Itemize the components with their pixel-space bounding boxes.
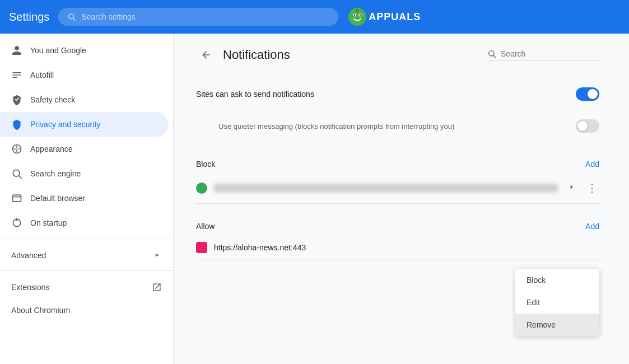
search-icon	[487, 49, 496, 58]
sidebar-item-advanced[interactable]: Advanced	[0, 245, 173, 266]
shield-check-icon	[11, 94, 22, 105]
sidebar-item-privacy-security[interactable]: Privacy and security	[0, 112, 169, 137]
sidebar-item-safety-check[interactable]: Safety check	[0, 87, 169, 112]
quieter-toggle[interactable]	[576, 119, 599, 133]
toggle-thumb-on	[588, 89, 598, 99]
sidebar-label-default-browser: Default browser	[30, 194, 85, 203]
allow-title: Allow	[196, 222, 215, 231]
sidebar-label-appearance: Appearance	[30, 144, 73, 153]
svg-line-10	[19, 176, 22, 179]
setting-row-quieter: Use quieter messaging (blocks notificati…	[196, 110, 599, 142]
sidebar: You and Google Autofill Safety check	[0, 34, 174, 364]
logo-text: APPUALS	[369, 11, 421, 23]
block-add-button[interactable]: Add	[585, 160, 599, 169]
allowed-site-favicon	[196, 242, 207, 253]
svg-rect-7	[356, 9, 358, 12]
blocked-site-url-blurred	[214, 184, 558, 193]
chevron-down-icon	[152, 250, 162, 260]
site-expand-chevron[interactable]	[565, 180, 578, 196]
site-more-menu[interactable]: ⋮	[585, 180, 599, 197]
sidebar-label-about: About Chromium	[11, 306, 70, 315]
main-layout: You and Google Autofill Safety check	[0, 34, 629, 364]
main-inner: Notifications Sites can ask to send noti…	[174, 34, 622, 272]
header-search-icon	[67, 12, 76, 21]
sidebar-item-on-startup[interactable]: On startup	[0, 211, 169, 235]
external-link-icon	[152, 282, 162, 292]
header: Settings APPUALS	[0, 0, 629, 34]
sidebar-item-about[interactable]: About Chromium	[0, 299, 169, 321]
sidebar-item-extensions[interactable]: Extensions	[0, 276, 173, 299]
header-search-bar[interactable]	[58, 8, 338, 26]
sidebar-item-autofill[interactable]: Autofill	[0, 63, 169, 87]
sidebar-item-you-and-google[interactable]: You and Google	[0, 38, 169, 63]
back-button[interactable]	[196, 45, 216, 65]
toggle-thumb-off	[577, 121, 588, 131]
autofill-icon	[11, 69, 22, 81]
sidebar-label-search-engine: Search engine	[30, 169, 81, 178]
sites-ask-label: Sites can ask to send notifications	[196, 90, 314, 99]
blocked-site-favicon	[196, 183, 207, 194]
browser-icon	[11, 193, 22, 204]
block-section-header: Block Add	[196, 148, 599, 173]
toggle-track-on[interactable]	[576, 87, 599, 101]
search-engine-icon	[11, 168, 22, 179]
blocked-site-row: ⋮	[196, 173, 599, 204]
context-menu-block[interactable]: Block	[515, 269, 599, 291]
toggle-track-off[interactable]	[576, 119, 599, 133]
svg-point-5	[354, 15, 355, 16]
sidebar-label-autofill: Autofill	[30, 71, 54, 80]
svg-point-6	[360, 15, 361, 16]
block-title: Block	[196, 160, 215, 169]
sidebar-item-search-engine[interactable]: Search engine	[0, 161, 169, 186]
logo-icon	[347, 7, 367, 27]
sidebar-label-on-startup: On startup	[30, 218, 67, 227]
search-bar[interactable]	[487, 49, 599, 61]
svg-rect-11	[13, 195, 21, 202]
site-logo: APPUALS	[347, 7, 421, 27]
context-menu: Block Edit Remove	[515, 269, 599, 336]
sidebar-label-advanced: Advanced	[11, 251, 46, 260]
allow-add-button[interactable]: Add	[585, 222, 599, 231]
app-title: Settings	[9, 11, 49, 24]
svg-line-16	[493, 55, 496, 58]
sites-ask-toggle[interactable]	[576, 87, 599, 101]
context-menu-remove[interactable]: Remove	[515, 314, 599, 336]
back-arrow-icon	[201, 49, 212, 60]
sidebar-label-safety-check: Safety check	[30, 95, 75, 104]
person-icon	[11, 45, 22, 56]
sidebar-label-you-and-google: You and Google	[30, 46, 86, 55]
sidebar-item-appearance[interactable]: Appearance	[0, 137, 169, 161]
context-menu-edit[interactable]: Edit	[515, 291, 599, 314]
allow-section-header: Allow Add	[196, 211, 599, 235]
main-content: Notifications Sites can ask to send noti…	[174, 34, 629, 364]
sidebar-item-default-browser[interactable]: Default browser	[0, 186, 169, 211]
svg-line-1	[73, 18, 75, 20]
allowed-site-row: https://aloha-news.net:443 Block Edit Re…	[196, 235, 599, 260]
sidebar-divider-1	[0, 240, 173, 240]
sidebar-label-privacy-security: Privacy and security	[30, 120, 100, 129]
search-input[interactable]	[501, 49, 590, 58]
quieter-label: Use quieter messaging (blocks notificati…	[218, 122, 454, 130]
appearance-icon	[11, 143, 22, 155]
page-title: Notifications	[223, 48, 481, 62]
startup-icon	[11, 217, 22, 228]
notifications-header: Notifications	[196, 45, 599, 65]
allowed-site-url: https://aloha-news.net:443	[214, 243, 599, 252]
privacy-icon	[11, 119, 22, 130]
sidebar-divider-2	[0, 270, 173, 271]
setting-row-sites-ask: Sites can ask to send notifications	[196, 78, 599, 110]
header-search-input[interactable]	[81, 12, 329, 21]
sidebar-label-extensions: Extensions	[11, 283, 49, 292]
